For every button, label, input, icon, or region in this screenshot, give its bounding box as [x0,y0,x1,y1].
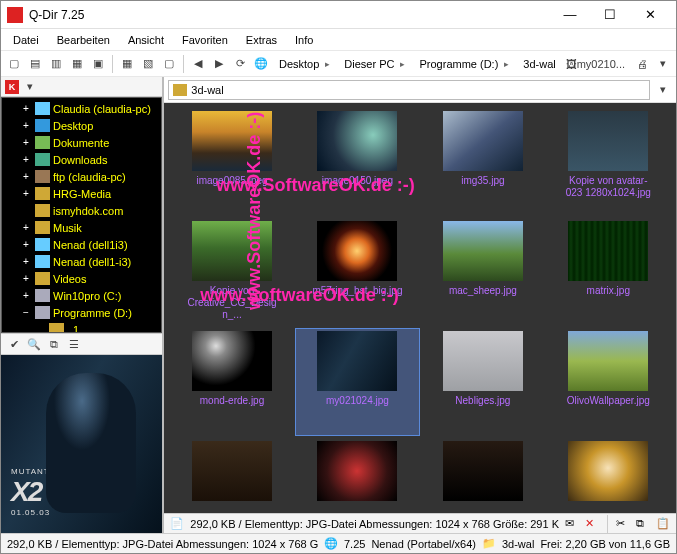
tree-node[interactable]: ismyhdok.com [2,202,161,219]
status-user: Nenad (Portabel/x64) [371,538,476,550]
thumbnail[interactable]: Nebliges.jpg [421,329,544,435]
minimize-button[interactable]: — [550,1,590,29]
tree-node[interactable]: +Claudia (claudia-pc) [2,100,161,117]
menu-bearbeiten[interactable]: Bearbeiten [49,32,118,48]
layout4-icon[interactable]: ▦ [68,55,86,73]
tree-node[interactable]: +Videos [2,270,161,287]
thumbnail[interactable]: Kopie von avatar-023 1280x1024.jpg [547,109,670,215]
tree-chip[interactable]: K [5,80,19,94]
search-icon[interactable]: 🔍 [25,335,43,353]
close-button[interactable]: ✕ [630,1,670,29]
copy-icon[interactable]: ⧉ [45,335,63,353]
thumb-label: img35.jpg [461,175,504,187]
thumbnail[interactable]: image0085.jpeg [170,109,293,215]
dropdown-icon[interactable]: ▾ [654,55,672,73]
expand-icon[interactable]: + [20,256,32,267]
chevron-down-icon[interactable]: ▾ [21,78,39,96]
cut-icon[interactable]: ✂ [616,517,630,531]
expand-icon[interactable]: + [20,137,32,148]
thumbnail[interactable]: m57ring_hst_big.jpg [296,219,419,325]
tree-label: Downloads [53,154,107,166]
delete-icon[interactable]: ✕ [585,517,599,531]
expand-icon[interactable]: + [20,120,32,131]
tree-node[interactable]: +HRG-Media [2,185,161,202]
thumbnail[interactable] [547,439,670,513]
expand-icon[interactable]: + [20,103,32,114]
expand-icon[interactable]: + [20,222,32,233]
thumbnail[interactable] [170,439,293,513]
address-field[interactable]: 3d-wal [168,80,650,100]
thumbnail-grid[interactable]: www.SoftwareOK.de :-) www.SoftwareOK.de … [164,103,676,513]
thumb-image [443,111,523,171]
thumb-image [317,331,397,391]
thumbnail[interactable]: image0150.jpeg [296,109,419,215]
globe-icon[interactable]: 🌐 [252,55,270,73]
thumbnail[interactable]: img35.jpg [421,109,544,215]
list-icon[interactable]: ☰ [65,335,83,353]
paste-icon[interactable]: 📋 [656,517,670,531]
tree-label: Musik [53,222,82,234]
thumb-image [192,441,272,501]
tree-node[interactable]: +Downloads [2,151,161,168]
print-icon[interactable]: 🖨 [633,55,651,73]
menu-info[interactable]: Info [287,32,321,48]
thumbnail[interactable] [421,439,544,513]
tree-node[interactable]: +Desktop [2,117,161,134]
expand-icon[interactable]: + [20,188,32,199]
thumbnail[interactable]: Kopie von Creative_CG_Design_... [170,219,293,325]
tree-node[interactable]: +Nenad (dell1-i3) [2,253,161,270]
tree-node[interactable]: +Musik [2,219,161,236]
crumb[interactable]: Programme (D:) [413,56,515,72]
thumbnail[interactable]: matrix.jpg [547,219,670,325]
expand-icon[interactable]: − [20,307,32,318]
tree-node[interactable]: +Nenad (dell1i3) [2,236,161,253]
menu-extras[interactable]: Extras [238,32,285,48]
tree-node[interactable]: _1 [2,321,161,333]
thumbnail[interactable]: mac_sheep.jpg [421,219,544,325]
crumb[interactable]: Desktop [273,56,336,72]
refresh-icon[interactable]: ⟳ [231,55,249,73]
thumb-label: matrix.jpg [587,285,630,297]
tree-node[interactable]: +Win10pro (C:) [2,287,161,304]
expand-icon[interactable]: + [20,154,32,165]
status-version: 7.25 [344,538,365,550]
layout1-icon[interactable]: ▢ [5,55,23,73]
thumbnail[interactable] [296,439,419,513]
layout3-icon[interactable]: ▥ [47,55,65,73]
layout7-icon[interactable]: ▧ [139,55,157,73]
breadcrumb: DesktopDieser PCProgramme (D:)3d-wal [273,56,558,72]
expand-icon[interactable]: + [20,273,32,284]
folder-tree[interactable]: +Claudia (claudia-pc)+Desktop+Dokumente+… [1,97,162,333]
crumb[interactable]: Dieser PC [338,56,411,72]
expand-icon[interactable]: + [20,171,32,182]
tree-node[interactable]: −Programme (D:) [2,304,161,321]
mail-icon[interactable]: ✉ [565,517,579,531]
tree-node[interactable]: +ftp (claudia-pc) [2,168,161,185]
layout2-icon[interactable]: ▤ [26,55,44,73]
expand-icon[interactable]: + [20,290,32,301]
folder-icon [35,170,50,183]
folder-icon [173,84,187,96]
menu-datei[interactable]: Datei [5,32,47,48]
folder-icon [49,323,64,333]
layout6-icon[interactable]: ▦ [118,55,136,73]
thumbnail[interactable]: OlivoWallpaper.jpg [547,329,670,435]
copy-icon[interactable]: ⧉ [636,517,650,531]
expand-icon[interactable]: + [20,239,32,250]
crumb[interactable]: 3d-wal [517,56,557,72]
check-icon[interactable]: ✔ [5,335,23,353]
nav-back-icon[interactable]: ◀ [189,55,207,73]
maximize-button[interactable]: ☐ [590,1,630,29]
layout8-icon[interactable]: ▢ [160,55,178,73]
tree-label: Programme (D:) [53,307,132,319]
thumbnail[interactable]: my021024.jpg [296,329,419,435]
nav-fwd-icon[interactable]: ▶ [210,55,228,73]
thumbnail[interactable]: mond-erde.jpg [170,329,293,435]
menu-favoriten[interactable]: Favoriten [174,32,236,48]
status-free: Frei: 2,20 GB von 11,6 GB [540,538,670,550]
tree-node[interactable]: +Dokumente [2,134,161,151]
menu-ansicht[interactable]: Ansicht [120,32,172,48]
current-file-chip[interactable]: 🖼 my0210... [561,55,630,73]
addr-dropdown-icon[interactable]: ▾ [654,81,672,99]
layout5-icon[interactable]: ▣ [89,55,107,73]
